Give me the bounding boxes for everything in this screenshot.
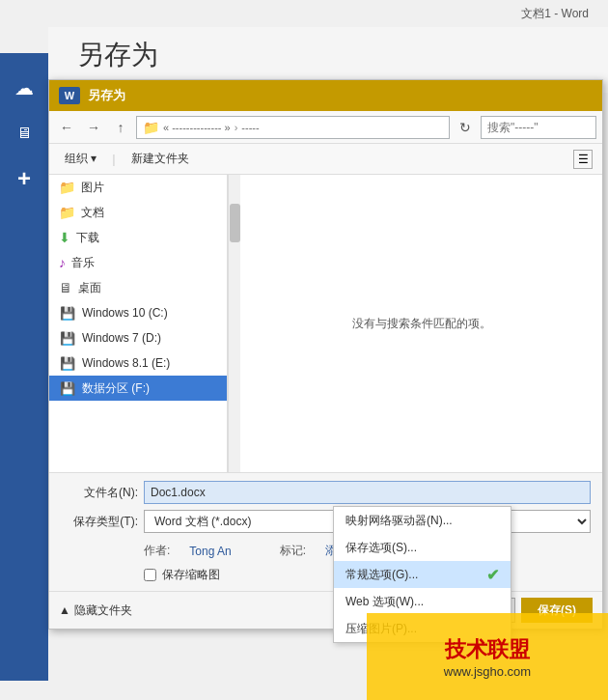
refresh-button[interactable]: ↻ [454, 116, 477, 139]
form-area: 文件名(N): // Set filename value after rend… [49, 472, 602, 591]
dialog-content: 📁 图片 📁 文档 ⬇ 下载 ♪ 音乐 🖥 桌面 💾 Windows 10 [49, 175, 602, 472]
filetype-label: 保存类型(T): [61, 514, 138, 530]
hide-folder-button[interactable]: ▲ 隐藏文件夹 [59, 602, 132, 619]
title-bar: 文档1 - Word [0, 0, 608, 27]
computer-icon: 🖥 [9, 118, 40, 149]
organize-button[interactable]: 组织 ▾ [59, 148, 102, 170]
ctx-save-options[interactable]: 保存选项(S)... [334, 534, 511, 561]
disk-win81-icon: 💾 [59, 356, 76, 370]
folder-desktop-icon: 🖥 [59, 280, 72, 295]
folder-desktop[interactable]: 🖥 桌面 [49, 275, 227, 300]
dialog-titlebar: W 另存为 [49, 80, 602, 111]
path-sep: › [235, 122, 238, 133]
page-title: 另存为 [77, 37, 589, 73]
folder-pictures-icon: 📁 [59, 180, 75, 195]
folder-downloads[interactable]: ⬇ 下载 [49, 225, 227, 250]
back-button[interactable]: ← [55, 116, 78, 139]
disk-win7-icon: 💾 [59, 331, 76, 345]
folder-documents-icon: 📁 [59, 205, 75, 220]
toolbar-sep: | [112, 152, 115, 166]
folder-music[interactable]: ♪ 音乐 [49, 250, 227, 275]
address-path[interactable]: 📁 « -------------- » › ----- [136, 116, 450, 139]
new-folder-button[interactable]: 新建文件夹 [125, 148, 195, 170]
filename-row: 文件名(N): // Set filename value after rend… [61, 481, 591, 504]
disk-win10-icon: 💾 [59, 306, 76, 320]
save-as-dialog: W 另存为 ← → ↑ 📁 « -------------- » › -----… [48, 79, 603, 630]
add-icon[interactable]: + [9, 163, 40, 194]
filename-input[interactable] [144, 481, 591, 504]
address-bar: ← → ↑ 📁 « -------------- » › ----- ↻ [49, 111, 602, 144]
file-panel: 没有与搜索条件匹配的项。 [240, 175, 602, 472]
left-sidebar: ☁ 🖥 + [0, 53, 48, 681]
scrollbar-thumb [230, 204, 240, 242]
hide-folder-icon: ▲ [59, 603, 70, 617]
folder-win81[interactable]: 💾 Windows 8.1 (E:) [49, 350, 227, 376]
word-logo: W [59, 87, 80, 104]
folder-win10[interactable]: 💾 Windows 10 (C:) [49, 300, 227, 325]
up-button[interactable]: ↑ [109, 116, 132, 139]
folder-pictures[interactable]: 📁 图片 [49, 175, 227, 200]
path-text: « -------------- » [163, 122, 231, 133]
folder-win7[interactable]: 💾 Windows 7 (D:) [49, 325, 227, 350]
folder-panel: 📁 图片 📁 文档 ⬇ 下载 ♪ 音乐 🖥 桌面 💾 Windows 10 [49, 175, 228, 472]
thumbnail-label: 保存缩略图 [162, 567, 220, 583]
watermark-line1: 技术联盟 [445, 635, 530, 664]
folder-music-icon: ♪ [59, 255, 66, 270]
title-text: 文档1 - Word [521, 6, 589, 22]
dialog-title: 另存为 [88, 87, 125, 104]
disk-data-icon: 💾 [59, 381, 76, 395]
author-value[interactable]: Tong An [189, 545, 231, 558]
folder-icon: 📁 [143, 120, 159, 135]
filename-label: 文件名(N): [61, 485, 138, 501]
ctx-web-options[interactable]: Web 选项(W)... [334, 588, 511, 615]
forward-button[interactable]: → [82, 116, 105, 139]
watermark: 技术联盟 www.jsgho.com [367, 613, 608, 700]
folder-scrollbar[interactable] [228, 175, 240, 472]
watermark-line2: www.jsgho.com [444, 664, 531, 679]
thumbnail-checkbox[interactable] [144, 569, 156, 581]
toolbar-row: 组织 ▾ | 新建文件夹 ☰ [49, 144, 602, 175]
tags-label: 标记: [280, 543, 306, 559]
view-toggle[interactable]: ☰ [573, 150, 593, 169]
path-end: ----- [241, 122, 259, 133]
ctx-map-network[interactable]: 映射网络驱动器(N)... [334, 507, 511, 534]
folder-data[interactable]: 💾 数据分区 (F:) [49, 376, 227, 401]
cloud-icon: ☁ [9, 72, 40, 103]
general-options-checkmark: ✔ [486, 566, 499, 584]
folder-downloads-icon: ⬇ [59, 230, 70, 245]
search-input[interactable] [481, 116, 596, 139]
ctx-general-options[interactable]: 常规选项(G)... ✔ [334, 561, 511, 588]
empty-message: 没有与搜索条件匹配的项。 [352, 316, 491, 332]
folder-documents[interactable]: 📁 文档 [49, 200, 227, 225]
author-label: 作者: [144, 543, 170, 559]
